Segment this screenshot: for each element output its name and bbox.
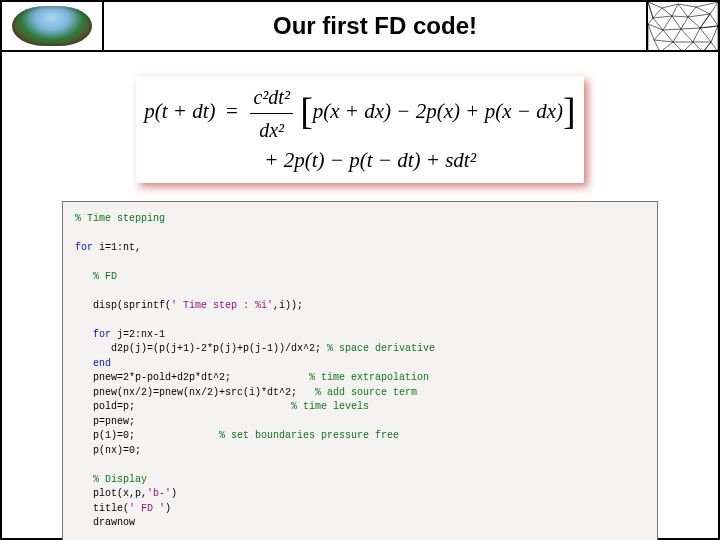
mesh-thumbnail xyxy=(646,2,718,50)
logo-box xyxy=(2,2,104,50)
slide-title: Our first FD code! xyxy=(104,2,646,50)
fraction: c²dt² dx² xyxy=(250,82,292,145)
code-block: % Time stepping for i=1:nt, % FD disp(sp… xyxy=(62,201,658,541)
slide-body: p(t + dt) = c²dt² dx² [p(x + dx) − 2p(x)… xyxy=(0,52,720,540)
formula-block: p(t + dt) = c²dt² dx² [p(x + dx) − 2p(x)… xyxy=(136,76,583,183)
globe-seismic-icon xyxy=(12,6,92,46)
triangulated-mesh-icon xyxy=(648,2,718,50)
formula-line-2: + 2p(t) − p(t − dt) + sdt² xyxy=(144,145,575,177)
formula-line-1: p(t + dt) = c²dt² dx² [p(x + dx) − 2p(x)… xyxy=(144,82,575,145)
header-bar: Our first FD code! xyxy=(0,0,720,52)
